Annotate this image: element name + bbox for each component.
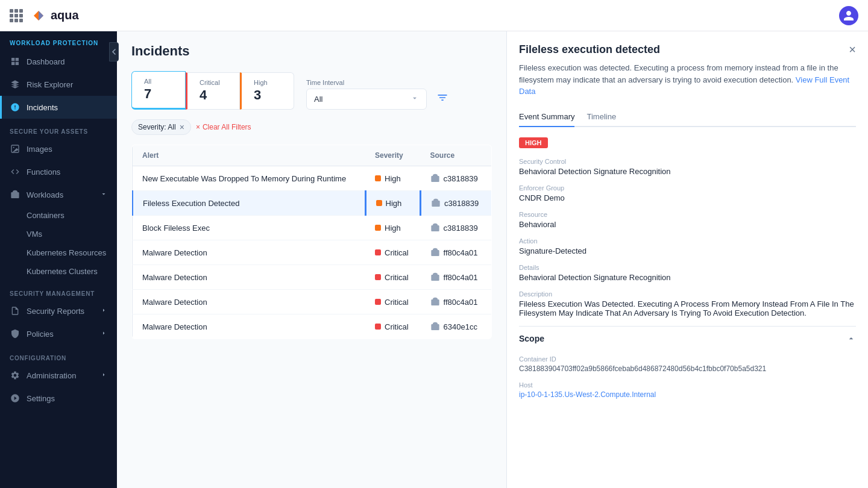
high-tab-count: 3 bbox=[254, 87, 281, 103]
detail-panel: Fileless execution detected × Fileless e… bbox=[506, 31, 868, 488]
alert-cell: Malware Detection bbox=[133, 290, 366, 314]
col-alert: Alert bbox=[133, 145, 366, 166]
table-row[interactable]: Block Fileless Exec High c3818839 bbox=[133, 216, 492, 240]
scope-section[interactable]: Scope bbox=[519, 326, 856, 351]
filter-tab-all[interactable]: All 7 bbox=[131, 71, 186, 110]
enforcer-group-field: Enforcer Group CNDR Demo bbox=[519, 184, 856, 202]
container-icon bbox=[431, 198, 441, 208]
table-row[interactable]: Fileless Execution Detected High c381883… bbox=[133, 191, 492, 216]
sidebar-item-policies[interactable]: Policies bbox=[0, 322, 117, 345]
table-row[interactable]: Malware Detection Critical 6340e1cc bbox=[133, 314, 492, 339]
sidebar-item-functions[interactable]: Functions bbox=[0, 160, 117, 183]
time-interval-select[interactable]: All bbox=[306, 89, 427, 110]
source-cell: 6340e1cc bbox=[421, 314, 492, 339]
topbar-left: aqua bbox=[10, 7, 79, 24]
alert-cell: Malware Detection bbox=[133, 240, 366, 265]
sidebar-collapse-button[interactable] bbox=[109, 42, 119, 61]
description-field: Description Fileless Execution Was Detec… bbox=[519, 290, 856, 318]
host-value[interactable]: ip-10-0-1-135.Us-West-2.Compute.Internal bbox=[519, 390, 856, 399]
container-id-label: Container ID bbox=[519, 355, 856, 363]
filter-icon[interactable] bbox=[436, 92, 448, 107]
sidebar-item-incidents[interactable]: Incidents bbox=[0, 96, 117, 119]
detail-title: Fileless execution detected bbox=[519, 43, 660, 56]
critical-tab-count: 4 bbox=[200, 87, 227, 103]
alert-cell: Fileless Execution Detected bbox=[133, 191, 366, 216]
table-row[interactable]: Malware Detection Critical ff80c4a01 bbox=[133, 240, 492, 265]
dashboard-icon bbox=[10, 56, 20, 67]
host-field: Host ip-10-0-1-135.Us-West-2.Compute.Int… bbox=[519, 381, 856, 399]
table-row[interactable]: Malware Detection Critical ff80c4a01 bbox=[133, 290, 492, 314]
all-tab-count: 7 bbox=[144, 86, 173, 102]
sidebar-item-administration[interactable]: Administration bbox=[0, 364, 117, 387]
alert-cell: Block Fileless Exec bbox=[133, 216, 366, 240]
time-interval-label: Time Interval bbox=[306, 79, 448, 86]
table-row[interactable]: Malware Detection Critical ff80c4a01 bbox=[133, 265, 492, 290]
svg-point-2 bbox=[13, 147, 14, 148]
tab-timeline[interactable]: Timeline bbox=[587, 107, 616, 127]
chevron-right-icon bbox=[100, 330, 107, 339]
sidebar-item-dashboard[interactable]: Dashboard bbox=[0, 50, 117, 73]
sidebar-sub-item-containers[interactable]: Containers bbox=[0, 206, 117, 225]
container-id-value: C381883904703ff02a9b5866fcebab6d48687248… bbox=[519, 364, 856, 373]
sidebar-item-risk-explorer[interactable]: Risk Explorer bbox=[0, 73, 117, 96]
functions-icon bbox=[10, 166, 20, 177]
sidebar-item-label: Security Reports bbox=[27, 307, 84, 316]
severity-cell: Critical bbox=[365, 240, 420, 265]
filter-tabs-row: All 7 Critical 4 High 3 Time Interval Al… bbox=[131, 71, 492, 110]
tab-event-summary[interactable]: Event Summary bbox=[519, 107, 574, 127]
details-field: Details Behavioral Detection Signature R… bbox=[519, 264, 856, 282]
source-cell: ff80c4a01 bbox=[421, 265, 492, 290]
detail-close-button[interactable]: × bbox=[849, 43, 856, 55]
container-id-field: Container ID C381883904703ff02a9b5866fce… bbox=[519, 355, 856, 373]
action-field: Action Signature-Detected bbox=[519, 237, 856, 255]
sidebar-item-settings[interactable]: Settings bbox=[0, 387, 117, 410]
sidebar-section-assets: Secure Your Assets bbox=[0, 119, 117, 137]
settings-icon bbox=[10, 393, 20, 404]
container-icon bbox=[430, 272, 440, 282]
sidebar-item-label: Policies bbox=[27, 330, 54, 339]
sidebar-item-label: Risk Explorer bbox=[27, 80, 73, 89]
filter-tab-critical[interactable]: Critical 4 bbox=[186, 72, 240, 110]
sidebar-item-label: Incidents bbox=[27, 103, 58, 112]
sidebar-item-images[interactable]: Images bbox=[0, 137, 117, 160]
page-title: Incidents bbox=[131, 43, 492, 59]
resource-label: Resource bbox=[519, 211, 856, 218]
workloads-icon bbox=[10, 189, 20, 200]
clear-all-label: Clear All Filters bbox=[203, 123, 251, 131]
sidebar-sub-item-vms[interactable]: VMs bbox=[0, 225, 117, 243]
host-label: Host bbox=[519, 381, 856, 389]
container-icon bbox=[430, 174, 440, 183]
logo-text: aqua bbox=[51, 8, 79, 22]
sidebar-item-label: Settings bbox=[27, 394, 55, 403]
grid-menu-icon[interactable] bbox=[10, 9, 23, 22]
sidebar-sub-label: Containers bbox=[27, 211, 64, 220]
enforcer-group-label: Enforcer Group bbox=[519, 184, 856, 192]
description-value: Fileless Execution Was Detected. Executi… bbox=[519, 299, 856, 318]
detail-description: Fileless execution was detected. Executi… bbox=[519, 62, 856, 98]
filter-tab-high[interactable]: High 3 bbox=[240, 72, 294, 110]
user-avatar[interactable] bbox=[839, 6, 858, 25]
source-cell: c3818839 bbox=[421, 166, 492, 191]
table-row[interactable]: New Executable Was Dropped To Memory Dur… bbox=[133, 166, 492, 191]
source-cell: ff80c4a01 bbox=[421, 240, 492, 265]
sidebar-item-security-reports[interactable]: Security Reports bbox=[0, 299, 117, 322]
details-value: Behavioral Detection Signature Recogniti… bbox=[519, 273, 856, 282]
container-icon bbox=[430, 297, 440, 307]
clear-all-filters[interactable]: × Clear All Filters bbox=[196, 123, 251, 131]
time-interval-value: All bbox=[314, 95, 322, 104]
severity-cell: Critical bbox=[365, 314, 420, 339]
clear-all-x: × bbox=[196, 123, 200, 131]
sidebar-item-label: Images bbox=[27, 145, 52, 154]
incidents-icon bbox=[10, 102, 20, 113]
chevron-down-icon bbox=[100, 190, 107, 199]
time-interval-group: Time Interval All bbox=[306, 79, 448, 110]
security-control-field: Security Control Behavioral Detection Si… bbox=[519, 158, 856, 176]
sidebar-sub-item-kubernetes-resources[interactable]: Kubernetes Resources bbox=[0, 243, 117, 262]
incidents-table: Alert Severity Source New Executable Was… bbox=[131, 145, 492, 339]
sidebar-item-workloads[interactable]: Workloads bbox=[0, 183, 117, 206]
sidebar-sub-item-kubernetes-clusters[interactable]: Kubernetes Clusters bbox=[0, 262, 117, 281]
resource-field: Resource Behavioral bbox=[519, 211, 856, 229]
container-icon bbox=[430, 248, 440, 257]
severity-filter-remove[interactable]: × bbox=[180, 122, 184, 132]
sidebar-item-label: Workloads bbox=[27, 190, 63, 199]
